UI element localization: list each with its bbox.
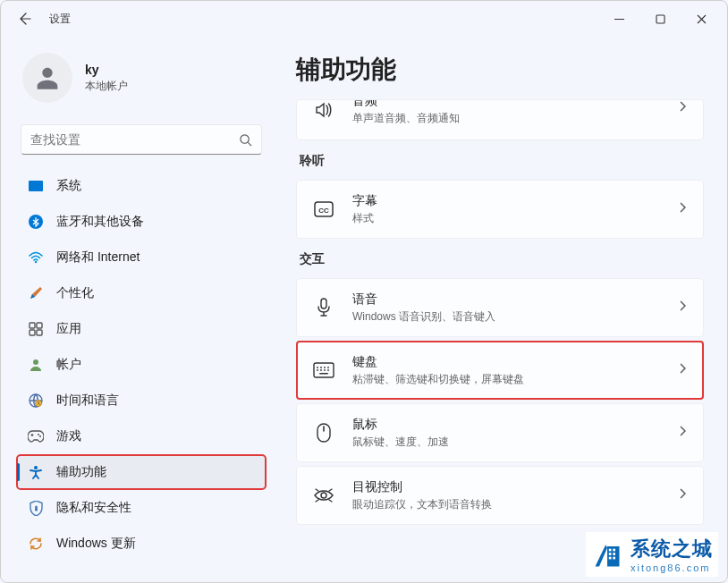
sidebar-item-label: 隐私和安全性 <box>56 500 131 516</box>
svg-point-14 <box>34 466 38 469</box>
svg-rect-2 <box>29 181 43 191</box>
card-title: 鼠标 <box>352 417 660 433</box>
card-title: 目视控制 <box>352 479 660 495</box>
chevron-right-icon <box>678 362 687 378</box>
sidebar-item-accounts[interactable]: 帐户 <box>17 348 266 382</box>
chevron-right-icon <box>678 300 687 316</box>
section-hearing: 聆听 <box>300 153 704 169</box>
svg-rect-36 <box>609 553 612 555</box>
chevron-right-icon <box>678 100 687 116</box>
svg-rect-5 <box>30 323 35 328</box>
sidebar-item-bluetooth[interactable]: 蓝牙和其他设备 <box>17 205 266 239</box>
sidebar-item-label: 帐户 <box>56 357 81 373</box>
card-title: 音频 <box>352 99 660 109</box>
system-icon <box>28 178 44 194</box>
svg-point-13 <box>39 435 41 437</box>
user-profile[interactable]: ky 本地帐户 <box>17 46 266 119</box>
sidebar-item-label: 游戏 <box>56 428 81 444</box>
sidebar-item-label: 时间和语言 <box>56 393 119 409</box>
apps-icon <box>28 321 44 337</box>
back-arrow-icon <box>17 12 31 26</box>
card-subtitle: 鼠标键、速度、加速 <box>352 435 660 450</box>
page-title: 辅助功能 <box>296 53 704 87</box>
search-icon <box>239 133 252 147</box>
svg-point-28 <box>327 369 329 371</box>
window-controls <box>598 4 722 33</box>
sidebar-item-apps[interactable]: 应用 <box>17 312 266 346</box>
accounts-icon <box>28 357 44 373</box>
avatar <box>22 53 72 103</box>
svg-rect-8 <box>37 330 42 335</box>
svg-point-27 <box>324 369 326 371</box>
card-subtitle: 样式 <box>352 211 660 226</box>
minimize-button[interactable] <box>598 4 639 33</box>
card-audio[interactable]: 音频 单声道音频、音频通知 <box>296 99 704 140</box>
card-speech[interactable]: 语音 Windows 语音识别、语音键入 <box>296 278 704 337</box>
sidebar-item-network[interactable]: 网络和 Internet <box>17 241 266 275</box>
brush-icon <box>28 285 44 301</box>
svg-point-4 <box>35 261 37 263</box>
sidebar-item-gaming[interactable]: 游戏 <box>17 419 266 453</box>
card-captions[interactable]: CC 字幕 样式 <box>296 180 704 239</box>
svg-point-12 <box>38 434 39 435</box>
sidebar-item-label: 辅助功能 <box>56 464 106 480</box>
app-title: 设置 <box>49 12 71 27</box>
sidebar-item-label: 网络和 Internet <box>56 249 140 266</box>
sidebar-item-system[interactable]: 系统 <box>17 169 266 203</box>
svg-rect-34 <box>609 549 612 552</box>
sidebar-item-label: Windows 更新 <box>56 536 136 552</box>
sidebar-item-label: 系统 <box>56 178 81 194</box>
watermark-logo-icon <box>591 538 623 570</box>
svg-rect-16 <box>35 508 38 511</box>
svg-rect-39 <box>613 557 615 560</box>
chevron-right-icon <box>678 425 687 441</box>
card-subtitle: 眼动追踪仪，文本到语音转换 <box>352 497 660 512</box>
svg-rect-29 <box>319 373 328 375</box>
svg-rect-19 <box>321 299 326 308</box>
sidebar-item-personalization[interactable]: 个性化 <box>17 276 266 310</box>
svg-rect-7 <box>30 330 35 335</box>
svg-point-24 <box>327 367 329 368</box>
sidebar-item-label: 蓝牙和其他设备 <box>56 214 144 230</box>
card-keyboard[interactable]: 键盘 粘滞键、筛选键和切换键，屏幕键盘 <box>296 341 704 400</box>
eye-icon <box>313 486 334 504</box>
card-mouse[interactable]: 鼠标 鼠标键、速度、加速 <box>296 403 704 462</box>
svg-point-23 <box>324 367 326 368</box>
sidebar-item-time-language[interactable]: 时间和语言 <box>17 384 266 418</box>
nav-menu: 系统 蓝牙和其他设备 网络和 Internet 个性化 应用 帐户 <box>17 169 266 561</box>
svg-rect-38 <box>609 557 612 560</box>
captions-icon: CC <box>313 201 334 217</box>
card-title: 语音 <box>352 292 660 308</box>
svg-rect-0 <box>656 15 665 23</box>
sidebar-item-update[interactable]: Windows 更新 <box>17 527 266 561</box>
chevron-right-icon <box>678 487 687 503</box>
maximize-button[interactable] <box>639 4 681 33</box>
search-box[interactable] <box>21 124 262 155</box>
wifi-icon <box>28 249 44 266</box>
svg-point-22 <box>320 367 322 368</box>
card-subtitle: Windows 语音识别、语音键入 <box>352 309 660 325</box>
svg-point-26 <box>320 369 322 371</box>
bluetooth-icon <box>28 214 44 230</box>
search-input[interactable] <box>30 132 239 147</box>
back-button[interactable] <box>6 1 42 37</box>
update-icon <box>28 536 44 552</box>
svg-point-25 <box>317 369 318 371</box>
card-eye-control[interactable]: 目视控制 眼动追踪仪，文本到语音转换 <box>296 466 704 525</box>
globe-icon <box>28 393 44 409</box>
svg-point-9 <box>33 359 38 365</box>
sidebar-item-privacy[interactable]: 隐私和安全性 <box>17 491 266 525</box>
chevron-right-icon <box>678 201 687 217</box>
titlebar: 设置 <box>1 1 727 37</box>
svg-text:CC: CC <box>318 207 329 215</box>
svg-rect-6 <box>37 323 42 328</box>
sidebar-item-label: 个性化 <box>56 285 94 301</box>
gaming-icon <box>28 428 44 444</box>
svg-point-1 <box>241 134 249 142</box>
card-title: 字幕 <box>352 193 660 209</box>
sidebar-item-accessibility[interactable]: 辅助功能 <box>17 455 266 489</box>
svg-point-32 <box>321 493 326 498</box>
close-button[interactable] <box>681 4 722 33</box>
mouse-icon <box>313 423 334 443</box>
card-title: 键盘 <box>352 354 660 370</box>
